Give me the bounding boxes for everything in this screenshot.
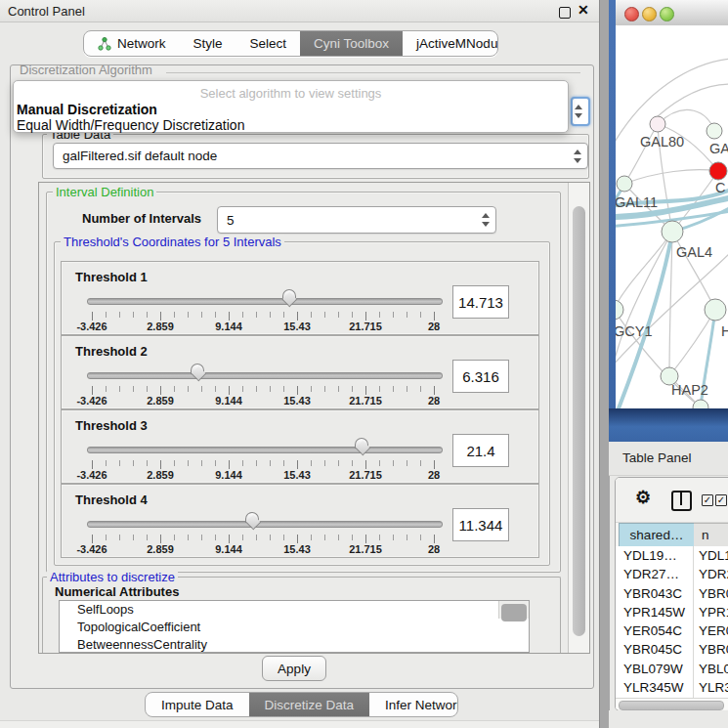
threshold-slider[interactable] [87, 372, 443, 379]
apply-button[interactable]: Apply [262, 656, 326, 681]
tab-discretize-data[interactable]: Discretize Data [249, 693, 370, 716]
gear-icon[interactable]: ⚙ [635, 489, 651, 506]
cell-shared-name: YDL19… [623, 548, 677, 563]
table-row[interactable]: YLR345WYLR3 [616, 678, 728, 697]
list-scrollbar[interactable] [498, 601, 529, 619]
slider-scale-label: -3.426 [76, 543, 107, 555]
table-data-combobox[interactable]: galFiltered.sif default node [53, 143, 588, 169]
tab-cyni-toolbox[interactable]: Cyni Toolbox [300, 31, 403, 56]
slider-scale-label: 21.715 [349, 469, 382, 481]
threshold-value-input[interactable] [452, 508, 509, 541]
table-row[interactable]: YBL079WYBL0 [616, 660, 728, 678]
cell-shared-name: YBR045C [623, 642, 682, 657]
scrollbar-thumb[interactable] [619, 701, 724, 710]
cell-shared-name: YBR043C [623, 586, 682, 601]
threshold-value-input[interactable] [452, 434, 509, 467]
checkbox-icon[interactable]: ✓ [702, 494, 713, 506]
threshold-slider[interactable] [87, 298, 443, 305]
table-rows[interactable]: YDL19…YDL1YDR27…YDR2YBR043CYBR0YPR145WYP… [616, 546, 728, 698]
group-border [166, 72, 580, 73]
number-of-intervals-combobox[interactable]: 5 [217, 206, 496, 234]
network-window-titlebar[interactable] [616, 0, 728, 26]
threshold-value-input[interactable] [452, 285, 509, 319]
checkbox-icon[interactable]: ✓ [715, 494, 727, 506]
threshold-value-input[interactable] [452, 360, 509, 393]
slider-scale-label: 15.43 [283, 543, 311, 555]
table-row[interactable]: YBR045CYBR0 [616, 640, 728, 659]
threshold-slider[interactable] [87, 447, 443, 453]
network-node-label: H [721, 323, 728, 339]
slider-ticks [92, 535, 436, 540]
slider-ticks [92, 386, 436, 392]
table-row[interactable]: YBR043CYBR0 [616, 584, 728, 603]
network-node-label: GAL80 [640, 134, 684, 150]
network-node-label: GA [709, 141, 728, 156]
column-divider [693, 546, 694, 698]
scrollbar-thumb[interactable] [573, 206, 585, 636]
network-node-label: GCY1 [616, 323, 653, 339]
cell-name: YBL0 [699, 662, 728, 676]
network-node[interactable] [617, 176, 632, 192]
cell-name: YBR0 [699, 586, 728, 601]
slider-thumb[interactable] [282, 289, 296, 309]
slider-thumb[interactable] [355, 438, 368, 457]
network-node[interactable] [693, 400, 708, 408]
table-panel: ⚙ ✓ ✓ shared… n YDL19…YDL1YDR27…YDR2YBR0… [615, 477, 728, 711]
algorithm-combo-stepper[interactable] [571, 97, 590, 126]
network-node[interactable] [616, 300, 623, 320]
close-traffic-light-icon[interactable] [624, 7, 639, 21]
numerical-attributes-list[interactable]: SelfLoopsTopologicalCoefficientBetweenne… [59, 600, 530, 653]
threshold-label: Threshold 1 [75, 270, 148, 284]
slider-scale-label: 21.715 [349, 395, 382, 407]
tab-select[interactable]: Select [236, 31, 301, 56]
slider-ticks [92, 312, 436, 318]
tab-impute-data[interactable]: Impute Data [146, 693, 249, 716]
threshold-slider[interactable] [87, 521, 443, 528]
float-window-icon[interactable] [559, 7, 571, 19]
network-node[interactable] [705, 299, 726, 321]
cell-shared-name: YER054C [623, 623, 682, 638]
horizontal-scrollbar[interactable] [616, 698, 728, 709]
dropdown-option-equal-width[interactable]: Equal Width/Frequency Discretization [17, 117, 244, 133]
slider-scale-label: 9.144 [215, 395, 242, 407]
minimize-traffic-light-icon[interactable] [642, 7, 657, 21]
dropdown-option-manual-discretization[interactable]: Manual Discretization [17, 102, 157, 117]
attribute-list-item[interactable]: SelfLoops [60, 601, 529, 619]
column-header-shared[interactable]: shared… [619, 523, 695, 547]
window-frame [609, 408, 728, 442]
network-node[interactable] [707, 123, 722, 139]
scrollbar-thumb[interactable] [501, 604, 527, 621]
table-row[interactable]: YDR27…YDR2 [616, 565, 728, 583]
attribute-list-item[interactable]: TopologicalCoefficient [60, 619, 529, 636]
close-icon[interactable]: ✕ [578, 2, 589, 18]
slider-thumb[interactable] [245, 512, 259, 532]
network-node[interactable] [650, 116, 665, 132]
threshold-panel-4: Threshold 4 -3.4262.8599.14415.4321.7152… [61, 484, 539, 558]
tab-jactivemnodules[interactable]: jActiveMNodules [403, 31, 498, 56]
slider-scale-label: 28 [428, 395, 440, 407]
table-row[interactable]: YER054CYER0 [616, 621, 728, 640]
cell-name: YER0 [699, 623, 728, 638]
algorithm-group-label: Discretization Algorithm [20, 63, 152, 77]
network-node[interactable] [709, 162, 727, 180]
tab-infer-network[interactable]: Infer Network [369, 693, 458, 716]
vertical-scrollbar[interactable] [568, 183, 589, 653]
slider-thumb[interactable] [191, 364, 204, 383]
tab-style[interactable]: Style [180, 31, 236, 56]
table-row[interactable]: YDL19…YDL1 [616, 546, 728, 565]
slider-scale-label: -3.426 [76, 469, 107, 481]
cell-shared-name: YBL079W [623, 662, 683, 676]
attribute-list-item[interactable]: BetweennessCentrality [60, 636, 529, 653]
tab-network[interactable]: Network [84, 31, 180, 56]
numerical-attributes-label: Numerical Attributes [55, 584, 179, 599]
column-header-name[interactable]: n [694, 523, 728, 547]
zoom-traffic-light-icon[interactable] [660, 7, 674, 21]
stepper-arrows-icon [574, 150, 582, 163]
slider-scale-label: 15.43 [283, 469, 311, 481]
slider-scale-label: -3.426 [76, 395, 107, 407]
network-node[interactable] [662, 221, 683, 242]
split-columns-icon[interactable] [671, 491, 692, 511]
network-canvas[interactable]: GAL80GACGAL11GAL4GCY1HHAP2 [616, 25, 728, 408]
table-row[interactable]: YPR145WYPR1 [616, 603, 728, 621]
slider-scale-label: 15.43 [283, 321, 311, 332]
